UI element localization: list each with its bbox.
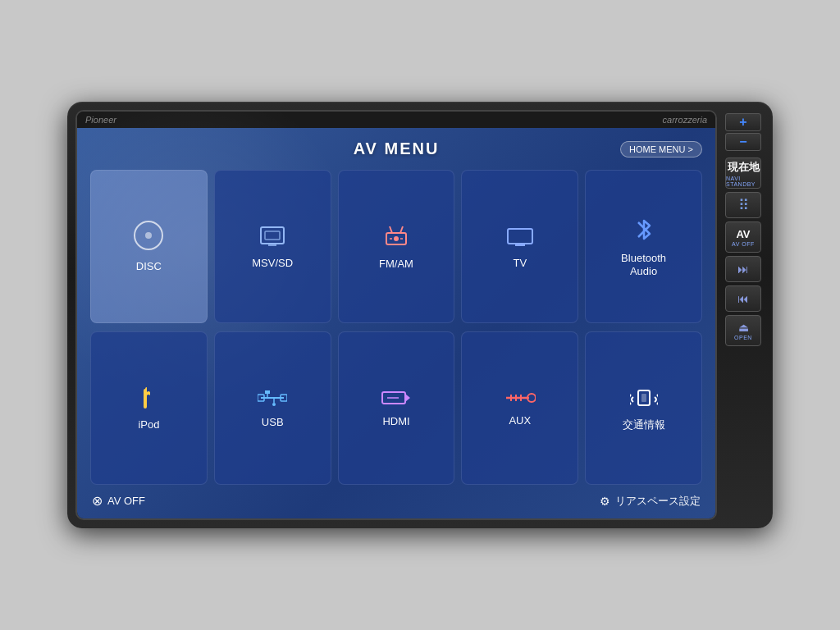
apps-button[interactable]: ⠿ xyxy=(725,192,761,218)
rear-settings-icon: ⚙ xyxy=(600,495,610,508)
menu-item-usb[interactable]: USB xyxy=(214,331,331,485)
eject-icon: ⏏ xyxy=(738,321,749,334)
bottom-bar: ⊗ AV OFF ⚙ リアスペース設定 xyxy=(90,493,702,509)
disc-icon xyxy=(133,220,164,255)
ipod-label: iPod xyxy=(138,418,159,431)
fmam-label: FM/AM xyxy=(379,258,413,271)
plus-button[interactable]: + xyxy=(725,113,761,131)
svg-line-7 xyxy=(400,226,403,233)
navi-standby-label: NAVI STANDBY xyxy=(726,176,760,187)
svg-marker-22 xyxy=(405,394,410,402)
tv-icon xyxy=(505,224,535,252)
tv-label: TV xyxy=(513,257,527,270)
hdmi-icon xyxy=(381,389,412,410)
hdmi-label: HDMI xyxy=(382,415,409,428)
rear-settings-label: リアスペース設定 xyxy=(615,494,701,509)
disc-label: DISC xyxy=(136,260,162,273)
msv-icon xyxy=(258,224,286,252)
menu-item-bluetooth[interactable]: BluetoothAudio xyxy=(585,170,702,323)
prev-track-button[interactable]: ⏮ xyxy=(725,285,761,312)
av-sub-label: AV OFF xyxy=(732,241,755,247)
menu-item-msv[interactable]: MSV/SD xyxy=(214,170,331,323)
msv-label: MSV/SD xyxy=(252,257,293,270)
svg-rect-18 xyxy=(265,390,270,394)
svg-rect-2 xyxy=(261,227,284,244)
av-off-button[interactable]: ⊗ AV OFF xyxy=(92,493,145,509)
screen-wrapper: Pioneer carrozzeria AV MENU HOME MENU > xyxy=(75,110,717,520)
title-row: AV MENU HOME MENU > xyxy=(90,139,702,158)
menu-row-2: iPod USB xyxy=(90,331,702,485)
side-controls: + − 現在地 NAVI STANDBY ⠿ AV AV OFF ⏭ ⏮ ⏏ O… xyxy=(722,110,765,520)
current-location-label: 現在地 xyxy=(728,160,760,175)
svg-point-8 xyxy=(394,236,399,241)
usb-label: USB xyxy=(262,416,284,429)
svg-rect-30 xyxy=(641,394,646,402)
svg-point-1 xyxy=(145,232,152,239)
svg-rect-11 xyxy=(508,229,532,244)
usb-icon xyxy=(258,388,287,411)
open-label: OPEN xyxy=(734,335,752,340)
traffic-label: 交通情報 xyxy=(623,418,665,431)
next-track-button[interactable]: ⏭ xyxy=(725,256,761,282)
svg-line-6 xyxy=(390,226,392,233)
menu-item-disc[interactable]: DISC xyxy=(90,170,208,323)
menu-item-ipod[interactable]: iPod xyxy=(90,331,208,485)
menu-row-1: DISC MSV/SD xyxy=(90,170,702,323)
menu-item-hdmi[interactable]: HDMI xyxy=(338,331,455,485)
current-location-button[interactable]: 現在地 NAVI STANDBY xyxy=(725,158,761,189)
av-off-icon: ⊗ xyxy=(92,493,103,509)
bluetooth-icon xyxy=(632,216,656,247)
rear-settings-button[interactable]: ⚙ リアスペース設定 xyxy=(600,494,701,509)
home-menu-button[interactable]: HOME MENU > xyxy=(620,141,702,158)
traffic-icon xyxy=(630,386,658,413)
fmam-icon xyxy=(381,223,411,253)
aux-label: AUX xyxy=(509,414,531,427)
eject-button[interactable]: ⏏ OPEN xyxy=(725,315,761,346)
av-menu-title: AV MENU xyxy=(354,139,440,158)
menu-item-tv[interactable]: TV xyxy=(461,170,578,323)
ipod-icon xyxy=(139,386,158,413)
svg-rect-3 xyxy=(265,231,280,240)
brand-carrozzeria: carrozzeria xyxy=(663,115,707,125)
aux-icon xyxy=(504,390,536,409)
volume-group: + − xyxy=(725,113,761,151)
screen-header: Pioneer carrozzeria xyxy=(77,112,715,128)
svg-point-20 xyxy=(272,403,276,406)
minus-button[interactable]: − xyxy=(725,133,761,151)
av-screen: AV MENU HOME MENU > DISC xyxy=(77,128,715,518)
apps-icon: ⠿ xyxy=(738,196,749,214)
menu-item-fmam[interactable]: FM/AM xyxy=(338,170,455,323)
next-track-icon: ⏭ xyxy=(737,262,749,276)
av-label: AV xyxy=(736,228,750,240)
bluetooth-label: BluetoothAudio xyxy=(621,252,666,277)
av-off-label: AV OFF xyxy=(107,495,145,507)
menu-item-traffic[interactable]: 交通情報 xyxy=(585,331,702,485)
av-button[interactable]: AV AV OFF xyxy=(725,221,761,253)
prev-track-icon: ⏮ xyxy=(737,292,749,305)
menu-item-aux[interactable]: AUX xyxy=(461,331,578,485)
car-unit: Pioneer carrozzeria AV MENU HOME MENU > xyxy=(67,102,773,528)
brand-pioneer: Pioneer xyxy=(85,115,116,125)
